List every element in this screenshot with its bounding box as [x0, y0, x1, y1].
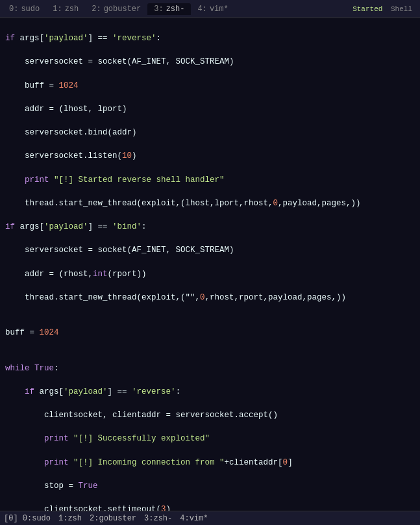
tab-3-zsh[interactable]: 3: zsh-: [147, 3, 191, 15]
bottom-item-2: 2:gobuster: [90, 514, 136, 523]
code-area: if args['payload'] == 'reverse': servers…: [0, 18, 420, 511]
bottom-item-1: 1:zsh: [58, 514, 82, 523]
bottom-item-4: 4:vim*: [180, 514, 208, 523]
tab-1-zsh[interactable]: 1: zsh: [46, 3, 85, 15]
tab-bar: 0: sudo 1: zsh 2: gobuster 3: zsh- 4: vi…: [0, 0, 420, 18]
bottom-item-0: [0] 0:sudo: [4, 514, 51, 523]
tab-4-vim[interactable]: 4: vim*: [191, 3, 234, 15]
terminal-container: 0: sudo 1: zsh 2: gobuster 3: zsh- 4: vi…: [0, 0, 420, 525]
tab-0-sudo[interactable]: 0: sudo: [3, 3, 46, 15]
tab-status: Started Shell: [352, 5, 412, 13]
bottom-item-3: 3:zsh-: [144, 514, 172, 523]
tab-2-gobuster[interactable]: 2: gobuster: [85, 3, 147, 15]
bottom-bar: [0] 0:sudo 1:zsh 2:gobuster 3:zsh- 4:vim…: [0, 511, 420, 525]
